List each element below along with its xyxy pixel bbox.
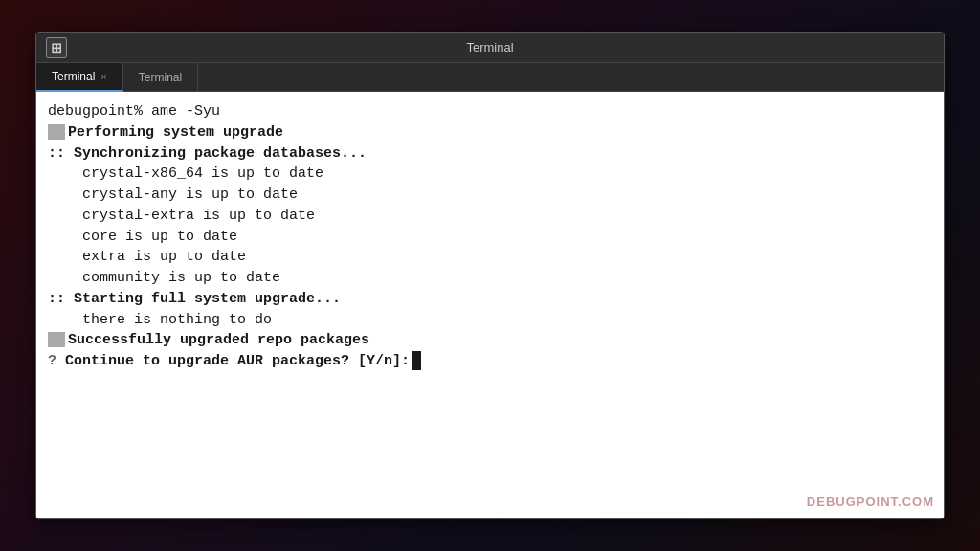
line-crystal-any: crystal-any is up to date: [48, 185, 932, 206]
tab-bar: Terminal × Terminal: [36, 63, 944, 92]
line-success: Successfully upgraded repo packages: [48, 330, 932, 351]
title-bar: ⊞ Terminal: [36, 33, 944, 63]
tab-terminal-1[interactable]: Terminal ×: [36, 63, 123, 92]
line-extra: extra is up to date: [48, 247, 932, 268]
terminal-body: debugpoint% ame -Syu Performing system u…: [36, 92, 944, 518]
terminal-window: ⊞ Terminal Terminal × Terminal debugpoin…: [35, 32, 945, 519]
tab-close-1[interactable]: ×: [100, 71, 106, 82]
window-title: Terminal: [466, 40, 513, 55]
line-nothing: there is nothing to do: [48, 310, 932, 331]
tab-terminal-2[interactable]: Terminal: [123, 63, 198, 91]
tab-label-1: Terminal: [52, 70, 95, 83]
line-community: community is up to date: [48, 268, 932, 289]
line-sync: :: Synchronizing package databases...: [48, 143, 932, 165]
plus-icon: ⊞: [51, 40, 62, 55]
line-crystal-x86: crystal-x86_64 is up to date: [48, 164, 932, 185]
line-core: core is up to date: [48, 227, 932, 248]
line-continue: ? Continue to upgrade AUR packages? [Y/n…: [48, 351, 932, 372]
terminal-content: debugpoint% ame -Syu Performing system u…: [48, 101, 932, 372]
cursor: [412, 351, 421, 370]
tab-label-2: Terminal: [139, 71, 182, 84]
watermark: DEBUGPOINT.COM: [807, 495, 934, 509]
line-command: debugpoint% ame -Syu: [48, 101, 932, 122]
line-crystal-extra: crystal-extra is up to date: [48, 206, 932, 227]
new-tab-button[interactable]: ⊞: [46, 37, 67, 58]
line-performing: Performing system upgrade: [48, 122, 932, 143]
line-starting: :: Starting full system upgrade...: [48, 289, 932, 310]
